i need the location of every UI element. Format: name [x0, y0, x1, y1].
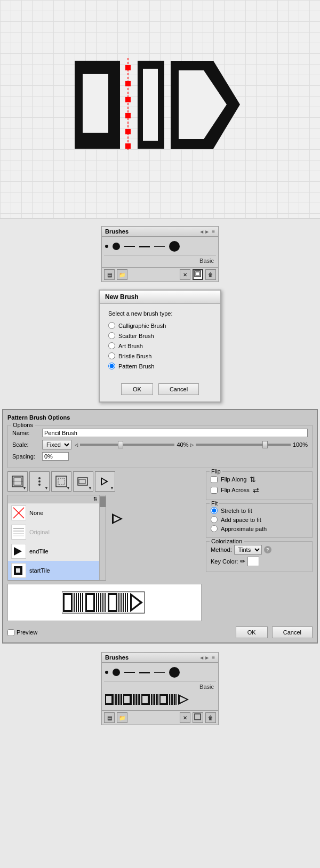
dropdown-scrollbar[interactable] — [99, 495, 106, 580]
color-swatch[interactable] — [247, 557, 259, 566]
brushes-panel-2-titlebar: Brushes ◄► ≡ — [102, 653, 218, 663]
new-brush-btn-tool-2[interactable]: 📁 — [117, 712, 127, 723]
preview-checkbox-input[interactable] — [7, 629, 14, 636]
svg-rect-52 — [105, 593, 106, 612]
flip-across-checkbox[interactable] — [211, 487, 218, 494]
scale-label: Scale: — [12, 441, 39, 448]
brush-line-2[interactable] — [139, 246, 150, 247]
pattern-brush-preview-row[interactable] — [104, 691, 216, 708]
delete-brush-btn-2[interactable]: ✕ — [180, 712, 190, 723]
brush2-line-2[interactable] — [139, 672, 150, 673]
dropdown-endtile-label: endTile — [29, 548, 49, 554]
new-brush-cancel-btn[interactable]: Cancel — [158, 383, 199, 395]
scale-type-select[interactable]: Fixed — [42, 440, 71, 449]
stretch-to-fit-radio[interactable] — [211, 507, 218, 514]
svg-rect-71 — [133, 694, 134, 705]
delete-brush-btn[interactable]: ✕ — [180, 269, 190, 280]
spacing-input[interactable] — [42, 452, 69, 461]
brush2-line-3[interactable] — [154, 672, 165, 673]
pattern-brush-preview-svg — [105, 693, 204, 706]
dropdown-item-none[interactable]: None — [8, 503, 106, 523]
brush-dot-large[interactable] — [169, 241, 180, 252]
panel-menu-icon[interactable]: ≡ — [212, 229, 215, 235]
svg-rect-79 — [153, 694, 154, 705]
panel-collapse-icon[interactable]: ◄► — [199, 229, 210, 235]
dropdown-sort-icon[interactable]: ⇅ — [93, 496, 98, 502]
panel2-menu-icon[interactable]: ≡ — [212, 655, 215, 661]
svg-rect-84 — [161, 696, 166, 703]
pattern-ok-btn[interactable]: OK — [236, 626, 268, 638]
eyedropper-icon[interactable]: ✏ — [240, 558, 245, 565]
radio-scatter-input[interactable] — [108, 332, 115, 339]
main-layout: ▼ ▼ ▼ ▼ — [7, 471, 313, 624]
svg-rect-65 — [116, 694, 117, 705]
original-preview — [11, 525, 26, 540]
radio-art: Art Brush — [108, 342, 212, 349]
method-row: Method: Tints ? — [211, 545, 308, 554]
tile-btn-4[interactable]: ▼ — [73, 471, 93, 492]
name-input[interactable] — [42, 429, 308, 437]
svg-rect-68 — [121, 694, 122, 705]
flip-across-label: Flip Across — [221, 487, 250, 493]
tile4-arrow: ▼ — [88, 486, 92, 491]
scale-slider-thumb-2[interactable] — [262, 441, 268, 448]
x-icon: ✕ — [183, 272, 187, 278]
brush2-dot-large[interactable] — [169, 667, 180, 678]
trash-btn-2[interactable]: 🗑 — [205, 712, 216, 723]
dropdown-area: ⇅ ✕ None — [7, 495, 202, 581]
new-item-btn[interactable] — [193, 269, 203, 280]
panel2-collapse-icon[interactable]: ◄► — [199, 655, 210, 661]
dropdown-none-label: None — [29, 510, 43, 516]
libraries-btn-2[interactable]: ▤ — [104, 712, 115, 723]
flip-across-icon: ⇄ — [253, 486, 259, 494]
svg-rect-48 — [96, 593, 97, 612]
flip-along-checkbox[interactable] — [211, 476, 218, 483]
svg-rect-77 — [142, 696, 148, 703]
dropdown-item-starttile[interactable]: startTile — [8, 561, 106, 580]
brush2-line-1[interactable] — [124, 672, 135, 673]
info-icon[interactable]: ? — [264, 546, 271, 553]
new-brush-ok-btn[interactable]: OK — [121, 383, 153, 395]
new-brush-btn-tool[interactable]: 📁 — [117, 269, 127, 280]
brush-line-3[interactable] — [154, 246, 165, 247]
svg-rect-10 — [143, 68, 158, 140]
brush2-dot-small[interactable] — [105, 671, 108, 674]
radio-calligraphic-input[interactable] — [108, 322, 115, 329]
radio-art-input[interactable] — [108, 342, 115, 349]
scale-slider-track[interactable] — [80, 444, 174, 446]
scale-slider-container: ◁ 40% ▷ 100% — [75, 441, 308, 448]
brush2-dot-medium[interactable] — [113, 669, 120, 676]
tile-btn-3[interactable]: ▼ — [51, 471, 71, 492]
trash-btn[interactable]: 🗑 — [205, 269, 216, 280]
radio-pattern-input[interactable] — [108, 363, 115, 369]
libraries-icon: ▤ — [107, 272, 112, 278]
svg-rect-3 — [125, 65, 131, 70]
radio-calligraphic-label: Calligraphic Brush — [118, 323, 166, 329]
svg-rect-63 — [106, 696, 111, 703]
add-space-radio[interactable] — [211, 516, 218, 523]
scale-row: Scale: Fixed ◁ 40% ▷ 100% — [12, 440, 308, 449]
svg-rect-67 — [119, 694, 121, 705]
scrollbar-thumb[interactable] — [100, 496, 106, 507]
preview-area — [7, 584, 202, 621]
approx-path-radio[interactable] — [211, 525, 218, 532]
scale-slider-thumb[interactable] — [118, 441, 123, 448]
brushes-panel-1: Brushes ◄► ≡ Basic ▤ 📁 — [101, 226, 219, 282]
tile-btn-1[interactable]: ▼ — [7, 471, 28, 492]
brush-dot-medium[interactable] — [113, 243, 120, 250]
dropdown-item-endtile[interactable]: endTile — [8, 542, 106, 561]
tile-btn-2[interactable]: ▼ — [29, 471, 50, 492]
svg-rect-1 — [83, 74, 108, 132]
scale-slider-track-2[interactable] — [196, 444, 290, 446]
brush-line-1[interactable] — [124, 246, 135, 247]
x-icon-2: ✕ — [183, 715, 187, 721]
svg-rect-81 — [156, 694, 157, 705]
brushes-panel-2-title: Brushes — [105, 654, 129, 661]
radio-bristle-input[interactable] — [108, 352, 115, 359]
method-select[interactable]: Tints — [234, 545, 262, 554]
tile-btn-5[interactable]: ▼ — [95, 471, 115, 492]
pattern-cancel-btn[interactable]: Cancel — [272, 626, 313, 638]
new-item-btn-2[interactable] — [193, 712, 203, 723]
brush-dot-small[interactable] — [105, 245, 108, 248]
libraries-btn[interactable]: ▤ — [104, 269, 115, 280]
